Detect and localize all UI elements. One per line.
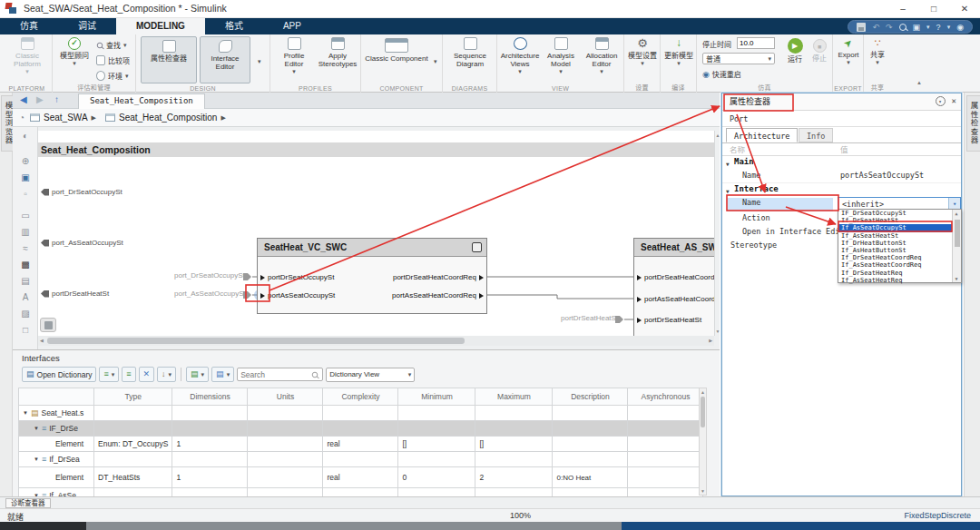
design-dropdown-icon[interactable]: ▾ xyxy=(258,58,261,65)
text-annotation-icon[interactable]: A xyxy=(18,290,33,304)
interface-editor-button[interactable]: Interface Editor xyxy=(200,36,250,83)
allocation-editor-button[interactable]: Allocation Editor ▾ xyxy=(581,37,622,75)
ribbon-collapse-button[interactable]: ▲ xyxy=(916,80,922,85)
table-row[interactable]: Element DT_HeatSts 1 real 0 2 0:NO Heat xyxy=(19,467,703,488)
panel-menu-icon[interactable]: ▾ xyxy=(936,96,946,106)
search-icon[interactable] xyxy=(899,24,906,31)
export-button[interactable]: ➤ Export ▾ xyxy=(835,37,862,66)
property-row-name[interactable]: Name portAsSeatOccupySt xyxy=(722,171,961,183)
stop-button[interactable]: ■ 停止 xyxy=(809,39,829,63)
forward-icon[interactable]: ▶ xyxy=(36,94,44,104)
canvas-vertical-scrollbar[interactable]: ▲ ▼ xyxy=(714,131,720,336)
block-seatheat-as-swc[interactable]: SeatHeat_AS_SWC portDrSeatHeatCoordReq p… xyxy=(633,238,714,336)
cell-asynchronous[interactable] xyxy=(628,437,703,452)
cell-dimensions[interactable]: 1 xyxy=(172,437,248,452)
dropdown-item[interactable]: If_AsSeatHeatSt xyxy=(838,232,953,240)
header-description[interactable]: Description xyxy=(553,388,628,406)
tab-app[interactable]: APP xyxy=(263,18,321,34)
dropdown-item[interactable]: If_DrHeatButtonSt xyxy=(838,240,953,247)
delete-button[interactable]: ✕ xyxy=(139,367,155,382)
scroll-up-icon[interactable]: ▲ xyxy=(953,211,960,216)
table-options-button[interactable]: ▤ ▾ xyxy=(186,367,209,382)
help-icon[interactable]: ? xyxy=(936,23,941,32)
dropdown-item[interactable]: If_AsHeatButtonSt xyxy=(838,247,953,254)
block-input-port[interactable]: portDrSeatHeatCoordReq xyxy=(637,273,714,281)
tab-modeling[interactable]: MODELING xyxy=(116,18,205,34)
classic-component-button[interactable]: Classic Component xyxy=(365,38,428,63)
table-row[interactable]: ▼≡IF_DrSe xyxy=(19,421,703,437)
apply-stereotypes-button[interactable]: Apply Stereotypes xyxy=(316,37,359,68)
header-asynchronous[interactable]: Asynchronous xyxy=(628,388,703,406)
panel-close-icon[interactable]: ✕ xyxy=(952,96,956,106)
expand-icon[interactable]: ▼ xyxy=(34,426,39,431)
architecture-views-button[interactable]: Architecture Views ▾ xyxy=(499,37,541,75)
fast-restart-toggle[interactable]: ◉ 快速重启 xyxy=(702,69,741,79)
cell-minimum[interactable]: [] xyxy=(398,437,475,452)
column-options-button[interactable]: ▤ ▾ xyxy=(211,367,234,382)
document-tab[interactable]: Seat_Heat_Composition xyxy=(78,93,205,109)
windows-taskbar[interactable] xyxy=(0,522,980,530)
sequence-diagram-button[interactable]: Sequence Diagram xyxy=(446,37,494,68)
tab-simulation[interactable]: 仿真 xyxy=(0,18,58,34)
viewmark-icon[interactable]: ▥ xyxy=(18,225,33,239)
save-icon[interactable] xyxy=(857,23,866,32)
open-dictionary-button[interactable]: ▤ Open Dictionary xyxy=(22,367,96,382)
tab-debug[interactable]: 调试 xyxy=(58,18,116,34)
diagnostic-viewer-button[interactable]: 诊断查看器 xyxy=(5,498,51,508)
scroll-down-icon[interactable]: ▼ xyxy=(715,329,720,334)
environment-button[interactable]: 环境 ▾ xyxy=(96,71,129,81)
table-row[interactable]: ▼▤Seat_Heat.s xyxy=(19,406,703,421)
analysis-model-button[interactable]: Analysis Model ▾ xyxy=(541,37,581,75)
import-button[interactable]: ↓ ▾ xyxy=(157,367,176,382)
cell-dimensions[interactable]: 1 xyxy=(172,467,248,488)
breadcrumb-sep-icon[interactable]: ▶ xyxy=(92,114,96,122)
fit-view-icon[interactable]: ▣ xyxy=(18,171,33,184)
account-icon[interactable]: ◉ xyxy=(956,23,964,32)
header-units[interactable]: Units xyxy=(248,388,323,406)
screenshot-dropdown-icon[interactable]: ▾ xyxy=(926,24,930,31)
up-icon[interactable]: ↑ xyxy=(54,94,59,104)
collapse-icon[interactable]: ▼ xyxy=(726,188,730,194)
scope-icon[interactable]: ≈ xyxy=(18,241,33,255)
block-seatheat-vc-swc[interactable]: SeatHeat_VC_SWC portDrSeatOccupySt portA… xyxy=(257,238,487,314)
table-row[interactable]: ▼≡If_AsSe xyxy=(19,488,703,497)
dropdown-item[interactable]: If_DrSeatHeatReq xyxy=(838,270,953,277)
scroll-right-icon[interactable]: ▶ xyxy=(709,338,712,343)
screenshot-icon[interactable]: ▣ xyxy=(913,23,921,32)
header-maximum[interactable]: Maximum xyxy=(475,388,553,406)
annotation-icon[interactable]: ▭ xyxy=(18,209,33,222)
minimize-button[interactable]: – xyxy=(887,0,918,18)
add-interface-button[interactable]: ≡ ▾ xyxy=(99,367,119,382)
share-button[interactable]: ∵ 共享 ▾ xyxy=(866,37,889,66)
section-main[interactable]: ▼ Main xyxy=(722,157,961,170)
block-input-port[interactable]: portDrSeatHeatSt xyxy=(637,316,701,324)
block-input-port[interactable]: portAsSeatOccupySt xyxy=(260,291,335,299)
area-icon[interactable]: □ xyxy=(18,323,33,337)
cell-complexity[interactable]: real xyxy=(323,437,398,452)
redo-icon[interactable]: ↷ xyxy=(886,23,893,32)
breadcrumb-item-current[interactable]: Seat_Heat_Composition xyxy=(119,113,217,123)
update-model-button[interactable]: ↓ 更新模型 ▾ xyxy=(662,37,695,67)
collapse-icon[interactable]: ▼ xyxy=(726,161,730,167)
table-row[interactable]: ▼≡If_DrSea xyxy=(19,452,703,467)
breadcrumb-sep-icon[interactable]: ▶ xyxy=(220,114,225,122)
cell-maximum[interactable]: [] xyxy=(475,437,553,452)
scrollbar-thumb[interactable] xyxy=(47,338,465,344)
block-output-port[interactable]: portDrSeatHeatCoordReq xyxy=(393,273,484,281)
cell-units[interactable] xyxy=(248,437,323,452)
block-output-port[interactable]: portAsSeatHeatCoordReq xyxy=(392,291,484,299)
subsystem-nav-icon[interactable]: ◔ xyxy=(19,113,24,123)
zoom-icon[interactable]: ⊕ xyxy=(18,154,33,168)
dropdown-item[interactable]: If_DrSeatHeatSt xyxy=(838,217,953,224)
cell-description[interactable] xyxy=(553,437,628,452)
model-canvas[interactable]: Seat_Heat_Composition port_DrSeatOccupyS… xyxy=(38,131,714,336)
section-interface[interactable]: ▼ Interface xyxy=(722,184,961,197)
tab-architecture[interactable]: Architecture xyxy=(726,128,798,142)
back-icon[interactable]: ◀ xyxy=(20,94,27,104)
run-button[interactable]: ▶ 运行 xyxy=(784,38,806,64)
header-type[interactable]: Type xyxy=(94,388,172,406)
dropdown-item[interactable]: IF_DrSeatOccupySt xyxy=(838,210,953,217)
scrollbar-thumb[interactable] xyxy=(955,220,960,247)
block-input-port[interactable]: portAsSeatHeatCoordReq xyxy=(637,295,714,303)
image-icon[interactable]: ▤ xyxy=(18,274,33,288)
